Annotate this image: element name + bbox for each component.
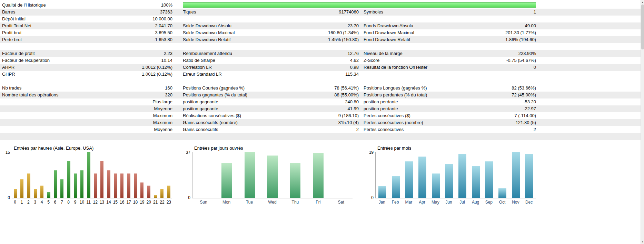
bar-slot	[166, 152, 172, 198]
bar-slot	[192, 152, 215, 198]
stat-label: Z-Score	[364, 57, 477, 64]
stat-label: Profit brut	[0, 29, 117, 36]
y-axis-min-label: 0	[188, 195, 190, 200]
x-tick-label: 15	[112, 200, 119, 205]
stat-label: Positions perdantes (% du total)	[364, 92, 477, 98]
stat-value: 7 (-114.00)	[477, 112, 536, 119]
bar-slot	[86, 152, 92, 198]
bar-slot	[106, 152, 112, 198]
bar-23	[167, 186, 170, 198]
chart-hours: Entrées par heures (Asie, Europe, USA) 1…	[3, 146, 172, 205]
bar-19	[140, 182, 143, 198]
y-axis-min-label: 0	[371, 195, 374, 200]
scroll-up-icon[interactable]: ▲	[641, 0, 644, 4]
bar-Tue	[245, 152, 255, 198]
stat-label: position perdante	[364, 105, 477, 112]
bar-slot	[12, 152, 19, 198]
bar-slot	[522, 152, 536, 198]
bar-15	[114, 173, 117, 198]
stat-value: 160.80 (1.34%)	[297, 29, 359, 36]
stat-label: Niveau de la marge	[364, 50, 477, 57]
stat-label: Positions Longues (gagnées %)	[364, 85, 477, 92]
chart-title: Entrées par mois	[377, 146, 536, 151]
bar-slot	[509, 152, 523, 198]
x-tick-label: May	[429, 200, 442, 205]
stat-value: 72 (45.00%)	[477, 92, 536, 98]
stat-value: 2	[477, 126, 536, 133]
stat-value: 1.0012 (0.12%)	[117, 64, 172, 71]
stat-label	[0, 98, 117, 105]
bar-slot	[376, 152, 389, 198]
bar-Fri	[313, 153, 324, 198]
bar-slot	[456, 152, 469, 198]
y-axis-max-label: 15	[6, 150, 10, 155]
chart-title: Entrées par heures (Asie, Europe, USA)	[14, 146, 172, 151]
chart-weekdays: Entrées par jours ouvrés 37 0 SunMonTueW…	[183, 146, 353, 205]
bar-Feb	[392, 176, 400, 198]
bar-Jun	[445, 164, 453, 198]
bar-Mar	[405, 161, 413, 198]
bar-slot	[66, 152, 72, 198]
stat-label: Barres	[0, 9, 117, 16]
stat-value: 82 (53.66%)	[477, 85, 536, 92]
bar-slot	[32, 152, 39, 198]
x-tick-label: 14	[105, 200, 112, 205]
stat-value: 41.99	[297, 105, 359, 112]
stat-value: -22.97	[477, 105, 536, 112]
x-tick-label: 18	[132, 200, 139, 205]
x-tick-label: Sun	[192, 200, 215, 205]
stat-label: Nombre total des opérations	[0, 92, 117, 98]
x-tick-label: 5	[45, 200, 52, 205]
x-tick-label: 21	[152, 200, 159, 205]
table-row: MaximumRéalisations consécutives ($)9 (1…	[0, 112, 641, 119]
quality-row: Qualité de l'Historique100%	[0, 2, 641, 9]
scrollbar[interactable]: ▲ ▼	[641, 0, 644, 244]
bar-slot	[159, 152, 165, 198]
bar-slot	[238, 152, 261, 198]
x-tick-label: 23	[166, 200, 172, 205]
table-row: Perte brut-1 653.80Solde Drawdown Relati…	[0, 36, 641, 43]
stat-label: Qualité de l'Historique	[0, 2, 117, 9]
stat-label: Fond Drawdown Maximal	[364, 29, 477, 36]
stat-value: Maximum	[117, 119, 172, 126]
table-row: Nb trades160Positions Courtes (gagnées %…	[0, 85, 641, 92]
stat-value: Moyenne	[117, 126, 172, 133]
stat-value: 240.80	[297, 98, 359, 105]
scroll-down-icon[interactable]: ▼	[641, 240, 644, 244]
bar-18	[134, 173, 137, 198]
stat-value: 1.45% (150.80)	[297, 36, 359, 43]
x-tick-label: 9	[72, 200, 78, 205]
x-tick-label: Sep	[482, 200, 496, 205]
bar-slot	[146, 152, 152, 198]
stat-value	[297, 16, 359, 22]
table-row: Barres37363Tiques91774060Symboles1	[0, 9, 641, 16]
bar-slot	[126, 152, 132, 198]
stat-label: Gains consécutifs	[183, 126, 297, 133]
stat-value: 23.70	[297, 22, 359, 29]
stat-label: AHPR	[0, 64, 117, 71]
table-row: Facteur de profit2.23Remboursement atten…	[0, 50, 641, 57]
x-tick-label: 3	[32, 200, 38, 205]
scrollbar-thumb[interactable]	[641, 4, 644, 49]
chart-months: Entrées par mois 19 0 JanFebMarAprMayJun…	[366, 146, 536, 205]
stat-label: Dépôt initial	[0, 16, 117, 22]
plot-area	[12, 152, 172, 198]
bar-slot	[442, 152, 456, 198]
stat-value: 88 (55.00%)	[297, 92, 359, 98]
y-axis: 19 0	[366, 152, 375, 198]
stat-value: Maximum	[117, 112, 172, 119]
stat-value: Moyenne	[117, 105, 172, 112]
x-tick-label: Nov	[509, 200, 523, 205]
table-row: Dépôt initial10 000.00	[0, 16, 641, 22]
x-tick-label: 16	[119, 200, 125, 205]
bar-slot	[79, 152, 85, 198]
bar-Thu	[290, 163, 300, 198]
stat-value	[477, 16, 536, 22]
stat-label	[0, 126, 117, 133]
stat-value: 91774060	[297, 9, 359, 16]
bar-16	[120, 173, 123, 198]
stat-value: -0.75 (54.67%)	[477, 57, 536, 64]
x-axis-labels: SunMonTueWedThuFriSat	[192, 200, 353, 205]
y-axis-min-label: 0	[8, 195, 10, 200]
stat-value: 78 (56.41%)	[297, 85, 359, 92]
